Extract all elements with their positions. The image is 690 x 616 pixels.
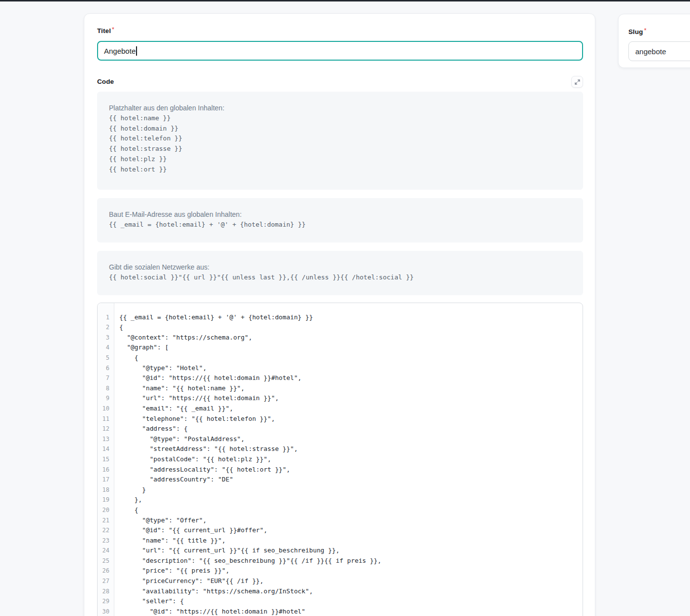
content-form-card: Titel* Angebote Code Platzhalter aus den… xyxy=(84,13,595,616)
doc-box-email: Baut E-Mail-Adresse aus globalen Inhalte… xyxy=(97,198,583,242)
editor-code-area[interactable]: {{ _email = {hotel:email} + '@' + {hotel… xyxy=(114,303,583,616)
titel-input-value: Angebote xyxy=(104,47,136,55)
editor-gutter: 1 2 3 4 5 6 7 8 9 10 11 12 13 14 15 16 1… xyxy=(98,303,114,616)
editor-code-content: {{ _email = {hotel:email} + '@' + {hotel… xyxy=(119,312,575,616)
expand-icon xyxy=(575,79,580,85)
doc-code-lines: {{ hotel:name }}{{ hotel:domain }}{{ hot… xyxy=(109,113,571,174)
doc-code-lines: {{ _email = {hotel:email} + '@' + {hotel… xyxy=(109,220,571,230)
window-top-edge xyxy=(0,0,690,1)
titel-field-label: Titel* xyxy=(97,26,583,35)
doc-heading: Gibt die sozialen Netzwerke aus: xyxy=(109,262,571,273)
doc-code-line: {{ hotel:name }} xyxy=(109,113,571,124)
titel-label-text: Titel xyxy=(97,27,111,34)
editor-line-numbers: 1 2 3 4 5 6 7 8 9 10 11 12 13 14 15 16 1… xyxy=(98,312,114,616)
code-label-text: Code xyxy=(97,78,114,86)
doc-code-line: {{ _email = {hotel:email} + '@' + {hotel… xyxy=(109,220,571,230)
slug-field-label: Slug* xyxy=(628,27,690,36)
text-caret xyxy=(136,46,137,56)
doc-box-social: Gibt die sozialen Netzwerke aus: {{ hote… xyxy=(97,251,583,295)
doc-code-lines: {{ hotel:social }}"{{ url }}"{{ unless l… xyxy=(109,273,571,283)
doc-code-line: {{ hotel:plz }} xyxy=(109,154,571,165)
doc-code-line: {{ hotel:social }}"{{ url }}"{{ unless l… xyxy=(109,273,571,283)
doc-heading: Platzhalter aus den globalen Inhalten: xyxy=(109,103,571,113)
slug-card: Slug* angebote xyxy=(618,14,690,68)
expand-editor-button[interactable] xyxy=(571,76,583,88)
code-editor: 1 2 3 4 5 6 7 8 9 10 11 12 13 14 15 16 1… xyxy=(97,303,583,616)
titel-input[interactable]: Angebote xyxy=(97,41,583,61)
slug-required-mark: * xyxy=(644,27,647,34)
titel-required-mark: * xyxy=(112,26,114,33)
doc-heading: Baut E-Mail-Adresse aus globalen Inhalte… xyxy=(109,209,571,220)
doc-code-line: {{ hotel:telefon }} xyxy=(109,134,571,144)
slug-label-text: Slug xyxy=(628,28,643,35)
code-field-header: Code xyxy=(97,76,583,88)
slug-input[interactable]: angebote xyxy=(628,41,690,61)
doc-code-line: {{ hotel:ort }} xyxy=(109,165,571,175)
doc-code-line: {{ hotel:domain }} xyxy=(109,124,571,134)
doc-code-line: {{ hotel:strasse }} xyxy=(109,144,571,154)
doc-box-placeholders: Platzhalter aus den globalen Inhalten: {… xyxy=(97,92,583,190)
slug-input-value: angebote xyxy=(635,47,666,56)
